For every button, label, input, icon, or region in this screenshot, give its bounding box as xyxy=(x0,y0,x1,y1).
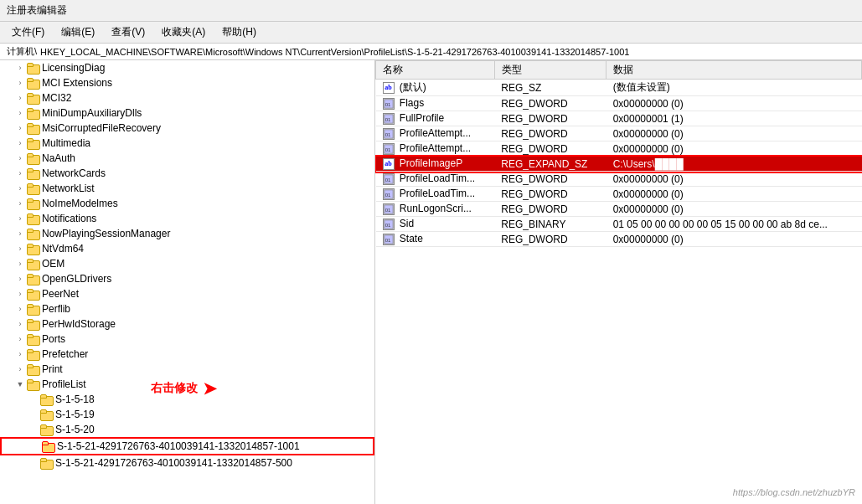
tree-item[interactable]: ›LicensingDiag xyxy=(0,60,374,75)
tree-expand-icon[interactable]: › xyxy=(13,257,27,270)
tree-item[interactable]: ›NoImeModelmes xyxy=(0,196,374,211)
tree-item[interactable]: ›Print xyxy=(0,362,374,377)
dword-icon: 01 xyxy=(383,98,395,110)
tree-expand-icon[interactable] xyxy=(27,456,40,470)
folder-icon xyxy=(27,77,40,89)
tree-item[interactable]: ›PeerNet xyxy=(0,286,374,301)
tree-item[interactable]: ›Ports xyxy=(0,332,374,347)
tree-expand-icon[interactable]: › xyxy=(13,136,27,150)
tree-item[interactable]: ›MCI Extensions xyxy=(0,75,374,90)
table-row[interactable]: ab ProfileImagePREG_EXPAND_SZC:\Users\██… xyxy=(376,157,862,172)
tree-expand-icon[interactable]: › xyxy=(13,287,27,301)
tree-label: MCI32 xyxy=(42,92,71,104)
tree-expand-icon[interactable]: › xyxy=(13,227,27,240)
tree-expand-icon[interactable] xyxy=(27,423,40,436)
registry-table: 名称 类型 数据 ab (默认)REG_SZ(数值未设置) 01 FlagsRE… xyxy=(375,60,862,247)
cell-name: 01 FullProfile xyxy=(376,111,495,126)
tree-expand-icon[interactable]: › xyxy=(13,91,27,105)
tree-item[interactable]: ›MiniDumpAuxiliaryDlls xyxy=(0,105,374,121)
table-row[interactable]: 01 ProfileLoadTim...REG_DWORD0x00000000 … xyxy=(376,172,862,187)
tree-item[interactable]: S-1-5-21-4291726763-4010039141-133201485… xyxy=(0,455,374,471)
table-row[interactable]: 01 FlagsREG_DWORD0x00000000 (0) xyxy=(376,96,862,111)
tree-expand-icon[interactable]: › xyxy=(13,212,27,225)
tree-item[interactable]: ›NowPlayingSessionManager xyxy=(0,226,374,241)
cell-name: 01 RunLogonScri... xyxy=(376,202,495,217)
tree-item[interactable]: ›OpenGLDrivers xyxy=(0,271,374,286)
folder-icon xyxy=(27,273,40,285)
tree-item[interactable]: ›Prefetcher xyxy=(0,347,374,362)
tree-label: S-1-5-20 xyxy=(55,424,95,435)
tree-label: Multimedia xyxy=(42,137,90,149)
tree-item[interactable]: ›NetworkList xyxy=(0,181,374,196)
table-row[interactable]: 01 ProfileLoadTim...REG_DWORD0x00000000 … xyxy=(376,187,862,202)
tree-expand-icon[interactable]: ▼ xyxy=(13,378,27,391)
tree-item[interactable]: ›Perflib xyxy=(0,301,374,316)
menu-item[interactable]: 帮助(H) xyxy=(217,23,261,41)
table-row[interactable]: ab (默认)REG_SZ(数值未设置) xyxy=(376,80,862,96)
tree-expand-icon[interactable]: › xyxy=(13,347,27,361)
tree-expand-icon[interactable]: › xyxy=(13,332,27,346)
tree-item[interactable]: S-1-5-21-4291726763-4010039141-133201485… xyxy=(0,437,374,455)
menu-item[interactable]: 查看(V) xyxy=(106,23,150,41)
tree-item[interactable]: ›PerHwIdStorage xyxy=(0,316,374,332)
cell-type: REG_EXPAND_SZ xyxy=(494,157,606,172)
values-panel[interactable]: 名称 类型 数据 ab (默认)REG_SZ(数值未设置) 01 FlagsRE… xyxy=(375,60,862,504)
folder-icon xyxy=(42,440,55,452)
table-row[interactable]: 01 SidREG_BINARY01 05 00 00 00 00 00 05 … xyxy=(376,217,862,232)
tree-expand-icon[interactable]: › xyxy=(13,121,27,135)
tree-item[interactable]: ›NetworkCards xyxy=(0,166,374,181)
tree-item[interactable]: S-1-5-18 xyxy=(0,392,374,407)
folder-icon xyxy=(27,303,40,315)
tree-item[interactable]: ▼ProfileList xyxy=(0,377,374,392)
tree-item[interactable]: ›NaAuth xyxy=(0,151,374,166)
tree-expand-icon[interactable] xyxy=(27,408,40,421)
cell-name: 01 State xyxy=(376,232,495,247)
tree-expand-icon[interactable]: › xyxy=(13,302,27,316)
table-row[interactable]: 01 StateREG_DWORD0x00000000 (0) xyxy=(376,232,862,247)
tree-expand-icon[interactable]: › xyxy=(13,76,27,90)
main-content: ›LicensingDiag›MCI Extensions›MCI32›Mini… xyxy=(0,60,862,504)
tree-item[interactable]: ›NtVdm64 xyxy=(0,241,374,256)
tree-item[interactable]: ›MsiCorruptedFileRecovery xyxy=(0,121,374,136)
tree-item[interactable]: ›Multimedia xyxy=(0,136,374,151)
table-row[interactable]: 01 ProfileAttempt...REG_DWORD0x00000000 … xyxy=(376,141,862,157)
tree-expand-icon[interactable] xyxy=(27,393,40,406)
cell-data: 0x00000000 (0) xyxy=(606,187,862,202)
folder-icon xyxy=(27,167,40,179)
table-row[interactable]: 01 RunLogonScri...REG_DWORD0x00000000 (0… xyxy=(376,202,862,217)
table-row[interactable]: 01 ProfileAttempt...REG_DWORD0x00000000 … xyxy=(376,126,862,141)
table-row[interactable]: 01 FullProfileREG_DWORD0x00000001 (1) xyxy=(376,111,862,126)
tree-item[interactable]: S-1-5-20 xyxy=(0,422,374,437)
menu-item[interactable]: 编辑(E) xyxy=(56,23,100,41)
tree-expand-icon[interactable]: › xyxy=(13,242,27,255)
cell-type: REG_BINARY xyxy=(494,217,606,232)
cell-type: REG_DWORD xyxy=(494,111,606,126)
tree-label: S-1-5-19 xyxy=(55,409,95,420)
folder-icon xyxy=(27,378,40,390)
tree-item[interactable]: S-1-5-19 xyxy=(0,407,374,422)
tree-label: NtVdm64 xyxy=(42,243,84,255)
address-path: HKEY_LOCAL_MACHINE\SOFTWARE\Microsoft\Wi… xyxy=(40,47,629,57)
cell-type: REG_DWORD xyxy=(494,187,606,202)
watermark: https://blog.csdn.net/zhuzbYR xyxy=(733,487,855,497)
tree-expand-icon[interactable]: › xyxy=(13,272,27,285)
tree-label: Print xyxy=(42,363,63,375)
menu-item[interactable]: 文件(F) xyxy=(7,23,49,41)
tree-expand-icon[interactable]: › xyxy=(13,61,27,75)
tree-panel[interactable]: ›LicensingDiag›MCI Extensions›MCI32›Mini… xyxy=(0,60,375,504)
menu-item[interactable]: 收藏夹(A) xyxy=(157,23,210,41)
tree-item[interactable]: ›Notifications xyxy=(0,211,374,226)
tree-expand-icon[interactable]: › xyxy=(13,317,27,331)
tree-expand-icon[interactable]: › xyxy=(13,106,27,120)
svg-text:01: 01 xyxy=(385,207,390,212)
tree-expand-icon[interactable]: › xyxy=(13,182,27,195)
tree-expand-icon[interactable]: › xyxy=(13,363,27,376)
tree-expand-icon[interactable]: › xyxy=(13,167,27,180)
cell-data: 0x00000001 (1) xyxy=(606,111,862,126)
folder-icon xyxy=(27,288,40,300)
tree-expand-icon[interactable]: › xyxy=(13,152,27,165)
tree-expand-icon[interactable] xyxy=(28,440,42,453)
tree-expand-icon[interactable]: › xyxy=(13,197,27,210)
tree-item[interactable]: ›OEM xyxy=(0,256,374,271)
tree-item[interactable]: ›MCI32 xyxy=(0,90,374,105)
